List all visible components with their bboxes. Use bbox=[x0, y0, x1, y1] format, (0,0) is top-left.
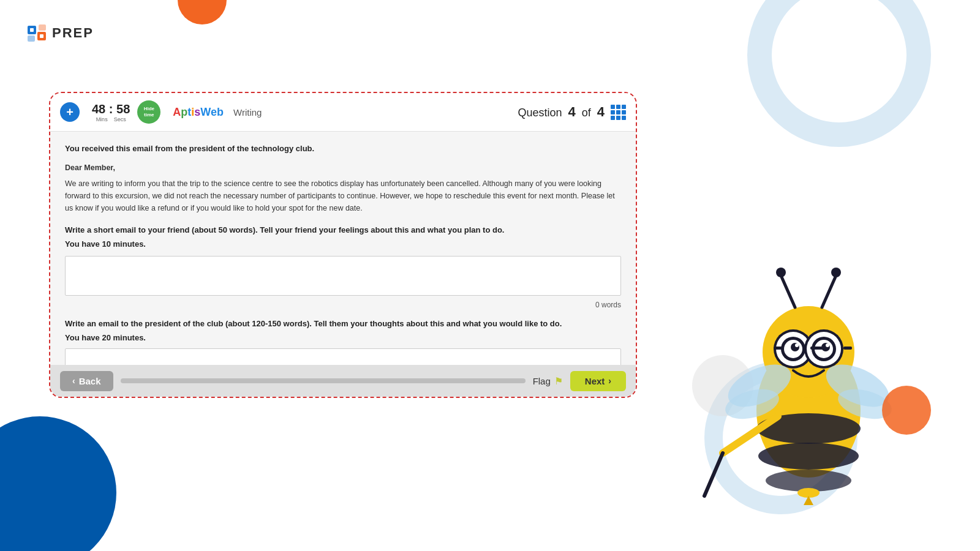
task-2-instruction: Write an email to the president of the c… bbox=[65, 319, 621, 328]
next-button[interactable]: Next › bbox=[570, 371, 626, 391]
logo-text: PREP bbox=[52, 25, 94, 41]
timer-labels: Mins Secs bbox=[96, 116, 126, 122]
svg-line-26 bbox=[781, 276, 795, 307]
svg-point-29 bbox=[831, 268, 841, 277]
timer-secs-label: Secs bbox=[114, 116, 126, 122]
back-chevron-icon: ‹ bbox=[72, 376, 75, 386]
svg-rect-5 bbox=[39, 24, 46, 31]
plus-button[interactable]: + bbox=[60, 102, 80, 122]
task-2-time: You have 20 minutes. bbox=[65, 333, 621, 342]
grid-dot bbox=[611, 105, 615, 109]
timer: 48 : 58 Mins Secs bbox=[92, 102, 130, 122]
flag-button[interactable]: Flag ⚑ bbox=[533, 375, 563, 387]
word-count-1: 0 words bbox=[65, 301, 621, 309]
grid-dot bbox=[622, 116, 626, 120]
task-1-textarea-wrapper bbox=[65, 256, 621, 298]
email-intro: You received this email from the preside… bbox=[65, 144, 621, 153]
svg-rect-25 bbox=[843, 347, 852, 350]
grid-dot bbox=[616, 105, 620, 109]
quiz-card: + 48 : 58 Mins Secs Hide time AptisWeb W… bbox=[49, 92, 637, 398]
timer-secs: 58 bbox=[116, 102, 130, 116]
quiz-footer: ‹ Back Flag ⚑ Next › bbox=[50, 365, 636, 397]
email-greeting: Dear Member, bbox=[65, 162, 621, 174]
bee-svg bbox=[686, 239, 931, 520]
timer-mins-label: Mins bbox=[96, 116, 108, 122]
grid-dot bbox=[622, 105, 626, 109]
svg-rect-24 bbox=[774, 347, 782, 350]
svg-line-28 bbox=[822, 276, 836, 307]
flag-icon: ⚑ bbox=[554, 375, 563, 387]
decorative-blue-circle bbox=[0, 416, 116, 551]
task-1-instruction: Write a short email to your friend (abou… bbox=[65, 225, 621, 234]
progress-bar bbox=[121, 378, 526, 383]
svg-point-27 bbox=[776, 268, 786, 277]
grid-dot bbox=[616, 110, 620, 114]
grid-dot bbox=[611, 116, 615, 120]
hide-time-label2: time bbox=[144, 112, 154, 118]
svg-point-22 bbox=[826, 343, 829, 347]
timer-colon: : bbox=[109, 102, 113, 116]
decorative-orange-circle bbox=[178, 0, 227, 24]
grid-dot bbox=[616, 116, 620, 120]
svg-line-37 bbox=[704, 453, 723, 496]
question-prefix: Question 4 of 4 bbox=[518, 104, 605, 120]
quiz-header: + 48 : 58 Mins Secs Hide time AptisWeb W… bbox=[50, 93, 636, 132]
svg-point-8 bbox=[758, 443, 859, 470]
email-text: We are writing to inform you that the tr… bbox=[65, 178, 621, 214]
svg-point-38 bbox=[882, 386, 931, 435]
svg-rect-4 bbox=[28, 36, 35, 42]
bee-mascot bbox=[686, 239, 931, 520]
timer-display: 48 : 58 bbox=[92, 102, 130, 116]
flag-label: Flag bbox=[533, 376, 551, 386]
aptis-logo: AptisWeb bbox=[173, 106, 224, 119]
question-info: Question 4 of 4 bbox=[518, 104, 626, 120]
back-button[interactable]: ‹ Back bbox=[60, 371, 113, 391]
svg-rect-1 bbox=[30, 28, 34, 32]
task-1-time: You have 10 minutes. bbox=[65, 239, 621, 249]
aptis-logo-text: AptisWeb bbox=[173, 106, 224, 119]
grid-icon[interactable] bbox=[611, 105, 626, 120]
logo: PREP bbox=[28, 23, 94, 43]
next-chevron-icon: › bbox=[608, 376, 611, 386]
timer-mins: 48 bbox=[92, 102, 105, 116]
task-1-textarea[interactable] bbox=[65, 256, 621, 296]
question-number: 4 bbox=[568, 104, 575, 119]
grid-dot bbox=[622, 110, 626, 114]
writing-label: Writing bbox=[233, 107, 262, 118]
grid-dot bbox=[611, 110, 615, 114]
svg-rect-23 bbox=[810, 347, 824, 350]
email-body: Dear Member, We are writing to inform yo… bbox=[65, 162, 621, 214]
decorative-arc-top bbox=[747, 0, 931, 147]
hide-time-button[interactable]: Hide time bbox=[137, 100, 160, 124]
svg-rect-3 bbox=[40, 34, 43, 38]
back-label: Back bbox=[79, 376, 101, 386]
quiz-content: You received this email from the preside… bbox=[50, 132, 636, 369]
svg-point-16 bbox=[795, 343, 799, 347]
question-total: 4 bbox=[597, 104, 605, 119]
hide-time-label: Hide bbox=[144, 106, 154, 112]
next-label: Next bbox=[585, 376, 605, 386]
prep-logo-icon bbox=[28, 23, 47, 43]
